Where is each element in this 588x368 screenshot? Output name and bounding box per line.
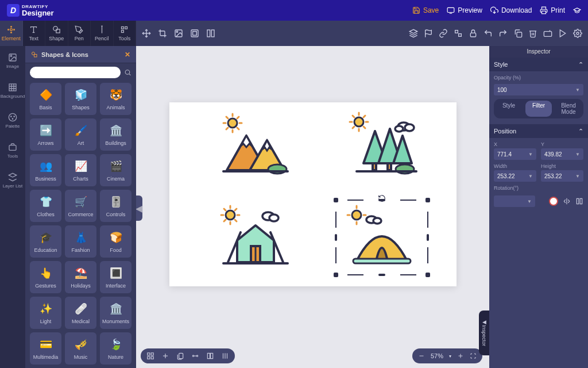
lock-icon[interactable] bbox=[469, 29, 478, 38]
category-basis[interactable]: 🔶Basis bbox=[30, 83, 61, 115]
category-fashion[interactable]: 👗Fashion bbox=[65, 225, 96, 258]
category-monuments[interactable]: 🏛️Monuments bbox=[100, 297, 131, 329]
artboard[interactable] bbox=[169, 102, 457, 286]
category-multimedia[interactable]: 💳Multimedia bbox=[30, 332, 61, 365]
panel-collapse-button[interactable]: ◀ bbox=[136, 195, 142, 221]
height-field[interactable]: 253.22▼ bbox=[541, 170, 583, 182]
section-position-header[interactable]: Position ⌃ bbox=[489, 124, 588, 138]
rail-layerlist[interactable]: Layer List bbox=[0, 166, 25, 195]
image-adjust-icon[interactable] bbox=[174, 29, 183, 38]
print-button[interactable]: Print bbox=[540, 6, 565, 14]
canvas-item-cabin[interactable] bbox=[210, 200, 301, 275]
grid-icon[interactable] bbox=[146, 352, 154, 360]
panel-close-button[interactable]: ✕ bbox=[125, 51, 130, 59]
category-business[interactable]: 👥Business bbox=[30, 154, 61, 186]
brand-bottom: Designer bbox=[22, 9, 54, 17]
width-field[interactable]: 253.22▼ bbox=[494, 170, 536, 182]
category-interface[interactable]: 🔳Interface bbox=[100, 261, 131, 293]
columns-icon[interactable] bbox=[206, 29, 215, 38]
camera-icon[interactable] bbox=[543, 29, 552, 38]
download-button[interactable]: Download bbox=[490, 6, 532, 14]
rotate-handle-icon[interactable] bbox=[378, 194, 386, 202]
app-logo[interactable]: DRAWTIFY Designer bbox=[7, 4, 54, 17]
style-tab-blend[interactable]: Blend Mode bbox=[555, 101, 582, 117]
x-field[interactable]: 771.4▼ bbox=[494, 148, 536, 160]
play-icon[interactable] bbox=[558, 29, 567, 38]
levels-icon[interactable] bbox=[221, 352, 229, 360]
y-field[interactable]: 439.82▼ bbox=[541, 148, 583, 160]
category-arrows[interactable]: ➡️Arrows bbox=[30, 118, 61, 151]
rotation-field[interactable]: ▼ bbox=[494, 195, 535, 207]
crop-icon[interactable] bbox=[158, 29, 167, 38]
selection-frame[interactable] bbox=[336, 200, 428, 275]
opacity-field[interactable]: 100 ▼ bbox=[494, 84, 583, 95]
category-label: Interface bbox=[106, 283, 126, 289]
tool-tab-element[interactable]: Element bbox=[0, 21, 23, 46]
arrows-icon: ➡️ bbox=[38, 123, 53, 138]
fullscreen-icon[interactable] bbox=[470, 352, 477, 359]
flag-icon[interactable] bbox=[424, 29, 433, 38]
category-label: Medical bbox=[72, 319, 90, 324]
category-shapes[interactable]: 🧊Shapes bbox=[65, 83, 96, 115]
settings-icon[interactable] bbox=[573, 29, 582, 38]
group-icon[interactable] bbox=[454, 29, 463, 38]
category-charts[interactable]: 📈Charts bbox=[65, 154, 96, 186]
undo-icon[interactable] bbox=[483, 29, 493, 38]
rail-image[interactable]: Image bbox=[0, 46, 25, 76]
category-controls[interactable]: 🎚️Controls bbox=[100, 190, 131, 222]
category-gestures[interactable]: 👆Gestures bbox=[30, 261, 61, 293]
search-icon[interactable] bbox=[124, 68, 131, 76]
category-buildings[interactable]: 🏛️Buildings bbox=[100, 118, 131, 151]
book-icon[interactable] bbox=[206, 352, 214, 360]
category-music[interactable]: 🎺Music bbox=[65, 332, 96, 365]
link-icon[interactable] bbox=[439, 29, 448, 38]
category-animals[interactable]: 🐯Animals bbox=[100, 83, 131, 115]
canvas-item-forest[interactable] bbox=[336, 108, 428, 183]
redo-icon[interactable] bbox=[498, 29, 508, 38]
tool-tab-tools[interactable]: Tools bbox=[114, 21, 137, 46]
category-light[interactable]: ✨Light bbox=[30, 297, 61, 329]
tool-tab-pen[interactable]: Pen bbox=[68, 21, 91, 46]
add-page-icon[interactable] bbox=[161, 352, 169, 360]
category-clothes[interactable]: 👕Clothes bbox=[30, 190, 61, 222]
flip-horizontal-icon[interactable] bbox=[563, 197, 571, 205]
search-input[interactable] bbox=[30, 67, 121, 78]
rail-tools[interactable]: Tools bbox=[0, 136, 25, 166]
inspector-tab-button[interactable]: ◀ Inspector bbox=[479, 310, 489, 355]
trash-icon[interactable] bbox=[528, 29, 537, 38]
mask-icon[interactable] bbox=[190, 29, 199, 38]
preview-button[interactable]: Preview bbox=[447, 6, 482, 14]
layers-icon[interactable] bbox=[409, 29, 418, 38]
category-education[interactable]: 🎓Education bbox=[30, 225, 61, 258]
save-button[interactable]: Save bbox=[412, 6, 439, 14]
tool-tab-text[interactable]: Text bbox=[23, 21, 46, 46]
category-medical[interactable]: 🩹Medical bbox=[65, 297, 96, 329]
section-style-header[interactable]: Style ⌃ bbox=[489, 57, 588, 71]
zoom-chevron-icon[interactable]: ▾ bbox=[449, 354, 451, 359]
education-icon[interactable] bbox=[573, 6, 581, 14]
timeline-icon[interactable] bbox=[191, 352, 199, 360]
style-tab-style[interactable]: Style bbox=[496, 101, 522, 117]
category-food[interactable]: 🍞Food bbox=[100, 225, 131, 258]
move-icon[interactable] bbox=[142, 29, 151, 38]
canvas-area[interactable]: ◀ bbox=[136, 46, 489, 368]
rail-palette[interactable]: Palette bbox=[0, 106, 25, 136]
clipboard-icon[interactable] bbox=[176, 352, 184, 360]
zoom-out-icon[interactable] bbox=[418, 352, 425, 359]
canvas-item-mountains[interactable] bbox=[210, 108, 301, 183]
svg-rect-107 bbox=[179, 353, 183, 358]
tool-tab-shape[interactable]: Shape bbox=[45, 21, 68, 46]
rotation-dial[interactable] bbox=[549, 197, 558, 206]
flip-vertical-icon[interactable] bbox=[575, 197, 583, 205]
category-nature[interactable]: 🍃Nature bbox=[100, 332, 131, 365]
category-cinema[interactable]: 🎬Cinema bbox=[100, 154, 131, 186]
style-tab-filter[interactable]: Filter bbox=[525, 101, 552, 117]
copy-icon[interactable] bbox=[513, 29, 523, 38]
category-holidays[interactable]: ⛱️Holidays bbox=[65, 261, 96, 293]
zoom-in-icon[interactable] bbox=[457, 352, 464, 359]
category-art[interactable]: 🖌️Art bbox=[65, 118, 96, 151]
rail-background[interactable]: Background bbox=[0, 76, 25, 106]
tool-tab-pencil[interactable]: Pencil bbox=[91, 21, 114, 46]
category-commerce[interactable]: 🛒Commerce bbox=[65, 190, 96, 222]
svg-rect-104 bbox=[151, 356, 153, 359]
